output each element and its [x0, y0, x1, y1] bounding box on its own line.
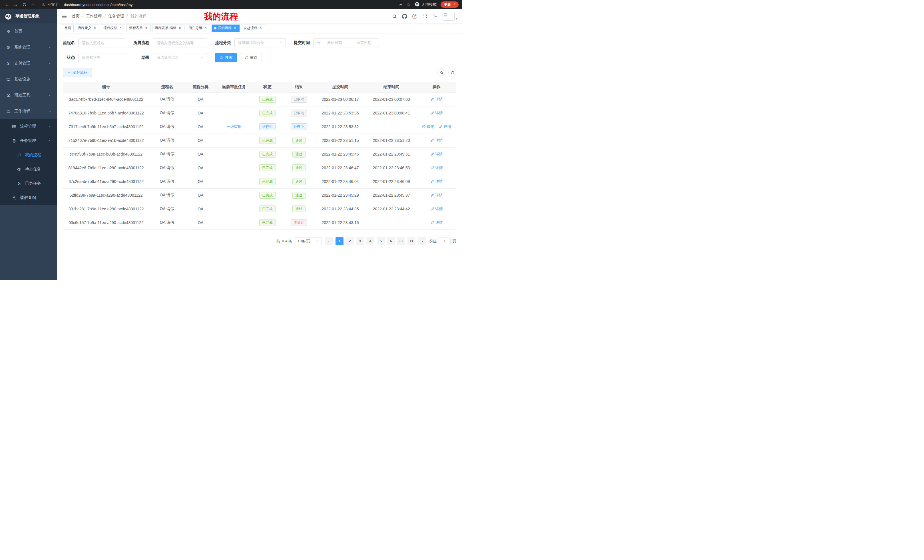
tab[interactable]: 我的流程 ×	[212, 24, 240, 32]
search-icon[interactable]	[392, 14, 397, 19]
page-number-button[interactable]: 5	[376, 237, 385, 245]
url-text[interactable]: dashboard.yudao.iocoder.cn/bpm/task/my	[61, 3, 133, 7]
page-number-button[interactable]: 2	[346, 237, 354, 245]
hamburger-icon[interactable]	[62, 14, 67, 19]
process-id-cell: 2152467e-7b9b-11ec-9a1b-acde48001122	[63, 133, 149, 147]
page-header: 首页工作流程任务管理我的流程 ? ▾	[57, 9, 462, 23]
sidebar-item-devtools[interactable]: 研发工具	[0, 87, 57, 103]
chevron-up-icon	[48, 109, 51, 113]
sidebar-item-payment[interactable]: ¥ 支付管理	[0, 55, 57, 71]
tab-close-icon[interactable]: ×	[144, 26, 148, 30]
detail-action[interactable]: 详情	[430, 207, 443, 211]
star-icon[interactable]: ☆	[407, 2, 411, 7]
sidebar-item-task-mgmt[interactable]: 任务管理	[0, 133, 57, 148]
refresh-button[interactable]	[448, 69, 456, 76]
user-avatar[interactable]: ▾	[442, 12, 458, 21]
sidebar-item-workflow[interactable]: 工作流程	[0, 103, 57, 119]
sidebar-item-infra[interactable]: 基础设施	[0, 71, 57, 87]
sidebar-item-my-process[interactable]: 我的流程	[0, 148, 57, 162]
category-select[interactable]: 请选择流程分类	[234, 38, 286, 47]
sidebar-item-todo-tasks[interactable]: 待办任务	[0, 162, 57, 177]
reload-icon[interactable]	[21, 1, 28, 8]
status-cell: 已完成	[252, 93, 283, 106]
end-time-cell: 2022-01-22 23:45:37	[366, 189, 417, 202]
next-page-button[interactable]: ›	[418, 237, 426, 245]
active-dot	[214, 27, 216, 29]
prev-page-button[interactable]: ‹	[325, 237, 333, 245]
cancel-action[interactable]: 取消	[422, 124, 434, 129]
detail-label: 详情	[435, 138, 443, 143]
detail-action[interactable]: 详情	[439, 124, 451, 129]
reset-button-label: 重置	[250, 55, 257, 60]
tab[interactable]: 用户分组 ×	[186, 24, 210, 32]
address-bar[interactable]: ⚠ 不安全 dashboard.yudao.iocoder.cn/bpm/tas…	[42, 2, 397, 7]
sidebar-item-leave-query[interactable]: 请假查询	[0, 191, 57, 205]
sidebar-item-done-tasks[interactable]: 已办任务	[0, 177, 57, 191]
back-icon[interactable]: ←	[3, 1, 11, 8]
tab[interactable]: 发起流程 ×	[241, 24, 265, 32]
home-icon[interactable]: ⌂	[29, 1, 36, 8]
search-toggle-button[interactable]	[438, 69, 446, 76]
detail-action[interactable]: 详情	[430, 97, 443, 102]
tab[interactable]: 首页	[62, 24, 74, 32]
process-name-cell: OA 请假	[149, 216, 185, 229]
submit-time-range-picker[interactable]: 开始日期 - 结束日期	[313, 38, 379, 47]
tab[interactable]: 流程定义 ×	[75, 24, 99, 32]
toolbar-row: 发起流程	[63, 68, 456, 77]
current-task-link[interactable]: 一级审批	[226, 124, 241, 129]
key-icon[interactable]	[398, 2, 403, 7]
sidebar-item-process-mgmt[interactable]: 流程管理	[0, 119, 57, 133]
category-placeholder: 请选择流程分类	[238, 40, 264, 45]
tab-close-icon[interactable]: ×	[178, 26, 182, 30]
tab-close-icon[interactable]: ×	[233, 26, 237, 30]
detail-label: 详情	[444, 124, 451, 129]
start-process-button[interactable]: 发起流程	[63, 68, 92, 77]
status-cell: 已完成	[252, 147, 283, 161]
menu-kebab-icon[interactable]: ⋮	[453, 3, 456, 7]
update-button[interactable]: 更新 ⋮	[441, 1, 459, 8]
help-icon[interactable]: ?	[412, 14, 417, 19]
page-size-select[interactable]: 10条/页	[295, 237, 322, 245]
page-number-button[interactable]: 11	[408, 237, 416, 245]
detail-action[interactable]: 详情	[430, 138, 443, 143]
page-number-button[interactable]: 4	[366, 237, 374, 245]
breadcrumb-item[interactable]: 任务管理	[108, 14, 130, 19]
detail-action[interactable]: 详情	[430, 193, 443, 198]
goto-page-input[interactable]	[439, 237, 451, 245]
process-name-cell: OA 请假	[149, 106, 185, 120]
detail-action[interactable]: 详情	[430, 179, 443, 184]
fullscreen-icon[interactable]	[422, 14, 427, 19]
page-number-button[interactable]: •••	[397, 237, 405, 245]
page-number-button[interactable]: 3	[356, 237, 364, 245]
status-select[interactable]: 请选择状态	[78, 53, 125, 62]
tab[interactable]: 流程模型 ×	[101, 24, 125, 32]
result-select[interactable]: 请选择流结果	[153, 53, 207, 62]
submit-time-cell: 2022-01-22 23:45:29	[315, 189, 366, 202]
tab[interactable]: 流程表单-编辑 ×	[152, 24, 184, 32]
detail-action[interactable]: 详情	[430, 111, 443, 115]
search-button[interactable]: 搜索	[215, 53, 237, 62]
tab-close-icon[interactable]: ×	[259, 26, 263, 30]
tab-close-icon[interactable]: ×	[93, 26, 97, 30]
forward-icon[interactable]: →	[12, 1, 20, 8]
reset-button[interactable]: 重置	[240, 53, 262, 62]
detail-action[interactable]: 详情	[430, 151, 443, 157]
breadcrumb-item[interactable]: 工作流程	[86, 14, 108, 19]
end-time-cell	[366, 120, 417, 133]
sidebar-item-home[interactable]: 首页	[0, 23, 57, 39]
breadcrumb-item[interactable]: 首页	[72, 14, 86, 19]
tab[interactable]: 流程表单 ×	[126, 24, 151, 32]
detail-action[interactable]: 详情	[430, 165, 443, 171]
tab-close-icon[interactable]: ×	[204, 26, 208, 30]
font-size-icon[interactable]	[432, 14, 438, 19]
tab-close-icon[interactable]: ×	[118, 26, 123, 30]
page-number-button[interactable]: 1	[336, 237, 344, 245]
sidebar-item-system[interactable]: ⚙ 系统管理	[0, 39, 57, 55]
github-icon[interactable]	[402, 14, 407, 19]
process-def-input[interactable]	[153, 38, 207, 47]
breadcrumb-item[interactable]: 我的流程	[130, 14, 147, 19]
yen-icon: ¥	[6, 61, 11, 66]
process-name-input[interactable]	[78, 38, 125, 47]
page-number-button[interactable]: 6	[387, 237, 395, 245]
detail-action[interactable]: 详情	[430, 220, 443, 225]
